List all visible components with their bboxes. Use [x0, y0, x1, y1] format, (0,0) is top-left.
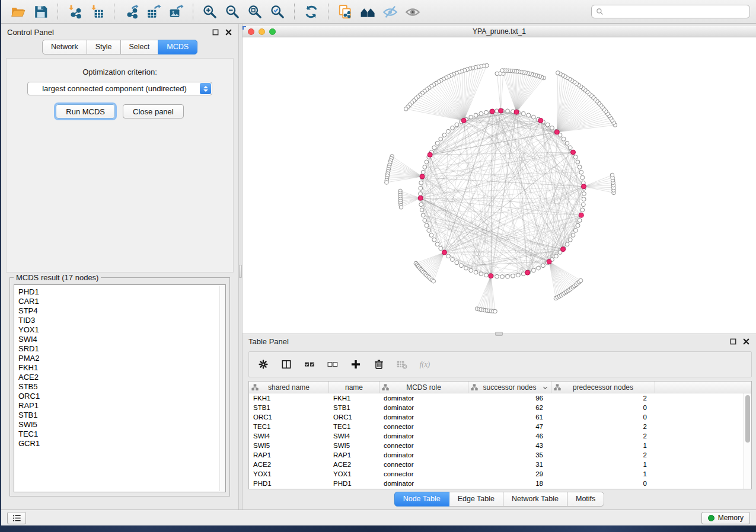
table-cell[interactable]: ORC1 — [249, 412, 329, 422]
network-graph[interactable] — [243, 37, 756, 334]
table-cell[interactable]: 46 — [468, 431, 551, 441]
table-cell[interactable]: 61 — [468, 412, 551, 422]
column-header-shared-name[interactable]: shared name — [249, 382, 329, 393]
mcds-result-node[interactable]: FKH1 — [14, 363, 225, 373]
mcds-result-node[interactable]: ORC1 — [14, 392, 225, 401]
tab-network-table[interactable]: Network Table — [503, 492, 567, 507]
table-cell[interactable]: TEC1 — [249, 422, 329, 431]
table-cell[interactable]: connector — [379, 460, 468, 469]
mcds-result-node[interactable]: GCR1 — [14, 439, 225, 448]
mcds-result-node[interactable]: STP4 — [14, 306, 225, 316]
table-cell[interactable]: dominator — [379, 403, 468, 412]
mcds-result-node[interactable]: TID3 — [14, 316, 225, 325]
memory-button[interactable]: Memory — [701, 512, 750, 524]
vertical-splitter[interactable] — [238, 24, 243, 509]
table-row[interactable]: STB1STB1dominator620 — [249, 403, 751, 412]
maximize-window-icon[interactable] — [269, 28, 276, 35]
select-all-rows-button[interactable] — [304, 358, 315, 370]
table-scrollbar-thumb[interactable] — [745, 395, 750, 443]
tab-mcds[interactable]: MCDS — [158, 40, 197, 55]
import-table-button[interactable] — [86, 2, 109, 21]
table-cell[interactable]: dominator — [379, 412, 468, 422]
table-cell[interactable]: 2 — [551, 431, 655, 441]
table-cell[interactable]: connector — [379, 441, 468, 450]
table-cell[interactable]: 0 — [551, 412, 655, 422]
table-cell[interactable]: PHD1 — [249, 479, 329, 488]
table-cell[interactable]: SWI5 — [249, 441, 329, 450]
table-cell[interactable]: YOX1 — [329, 469, 379, 479]
minimize-window-icon[interactable] — [259, 28, 265, 35]
tab-motifs[interactable]: Motifs — [567, 492, 604, 507]
close-panel-button[interactable]: Close panel — [123, 104, 184, 118]
mcds-result-list[interactable]: PHD1CAR1STP4TID3YOX1SWI4SRD1PMA2FKH1ACE2… — [14, 284, 226, 492]
mcds-result-node[interactable]: RAP1 — [14, 401, 225, 411]
export-table-button[interactable] — [142, 2, 165, 21]
table-cell[interactable]: 2 — [551, 422, 655, 431]
network-canvas[interactable] — [243, 37, 756, 334]
refresh-layout-button[interactable] — [300, 2, 323, 21]
table-cell[interactable]: SWI4 — [249, 431, 329, 441]
table-cell[interactable]: 1 — [551, 460, 655, 469]
table-row[interactable]: SWI5SWI5connector431 — [249, 441, 751, 450]
first-neighbors-button[interactable] — [356, 2, 379, 21]
add-column-button[interactable] — [350, 358, 362, 370]
table-row[interactable]: ACE2ACE2connector311 — [249, 460, 751, 469]
close-panel-icon[interactable] — [742, 338, 750, 345]
tab-select[interactable]: Select — [120, 40, 159, 55]
mcds-result-node[interactable]: PHD1 — [14, 287, 225, 297]
table-row[interactable]: TEC1TEC1connector472 — [249, 422, 751, 431]
open-file-button[interactable] — [7, 2, 30, 21]
mcds-result-node[interactable]: SWI4 — [14, 335, 225, 344]
column-header-mcds-role[interactable]: MCDS role — [379, 382, 468, 393]
table-options-button[interactable] — [257, 358, 269, 370]
zoom-selected-button[interactable] — [266, 2, 289, 21]
table-cell[interactable]: STB1 — [249, 403, 329, 412]
table-cell[interactable]: connector — [379, 422, 468, 431]
task-history-button[interactable] — [7, 512, 26, 524]
clone-network-button[interactable] — [334, 2, 356, 21]
table-cell[interactable]: YOX1 — [249, 469, 329, 479]
show-all-button[interactable] — [401, 2, 424, 21]
table-cell[interactable]: 0 — [551, 403, 655, 412]
table-row[interactable]: RAP1RAP1dominator352 — [249, 450, 751, 460]
import-network-button[interactable] — [63, 2, 86, 21]
table-scrollbar[interactable] — [744, 393, 751, 489]
network-window-titlebar[interactable]: YPA_prune.txt_1 — [243, 26, 756, 37]
table-cell[interactable]: ORC1 — [329, 412, 379, 422]
table-cell[interactable]: 2 — [551, 393, 655, 403]
hide-selected-button[interactable] — [379, 2, 401, 21]
mcds-result-node[interactable]: CAR1 — [14, 297, 225, 306]
close-window-icon[interactable] — [248, 28, 254, 35]
table-row[interactable]: ORC1ORC1dominator610 — [249, 412, 751, 422]
splitter-handle[interactable] — [239, 265, 242, 278]
table-cell[interactable]: RAP1 — [329, 450, 379, 460]
table-cell[interactable]: 18 — [468, 479, 551, 488]
mcds-result-node[interactable]: YOX1 — [14, 325, 225, 335]
table-cell[interactable]: 35 — [468, 450, 551, 460]
table-cell[interactable]: ACE2 — [329, 460, 379, 469]
search-box[interactable] — [591, 5, 750, 18]
table-cell[interactable]: STB1 — [329, 403, 379, 412]
table-row[interactable]: YOX1YOX1connector291 — [249, 469, 751, 479]
table-row[interactable]: SWI4SWI4dominator462 — [249, 431, 751, 441]
table-cell[interactable]: dominator — [379, 450, 468, 460]
zoom-out-button[interactable] — [221, 2, 244, 21]
float-panel-icon[interactable] — [729, 338, 737, 345]
mcds-result-node[interactable]: TEC1 — [14, 430, 225, 439]
tab-edge-table[interactable]: Edge Table — [449, 492, 503, 507]
mcds-result-node[interactable]: SWI5 — [14, 420, 225, 430]
float-panel-icon[interactable] — [212, 28, 219, 36]
table-cell[interactable]: 2 — [551, 450, 655, 460]
table-cell[interactable]: 62 — [468, 403, 551, 412]
table-cell[interactable]: ACE2 — [249, 460, 329, 469]
zoom-in-button[interactable] — [199, 2, 221, 21]
horizontal-splitter-handle[interactable] — [495, 332, 503, 336]
table-cell[interactable]: PHD1 — [329, 479, 379, 488]
table-cell[interactable]: RAP1 — [249, 450, 329, 460]
delete-column-button[interactable] — [373, 358, 385, 370]
toggle-columns-button[interactable] — [280, 358, 292, 370]
mcds-result-node[interactable]: STB5 — [14, 382, 225, 392]
column-header-successor-nodes[interactable]: successor nodes — [468, 382, 551, 393]
table-row[interactable]: PHD1PHD1dominator180 — [249, 479, 751, 488]
table-cell[interactable]: SWI5 — [329, 441, 379, 450]
